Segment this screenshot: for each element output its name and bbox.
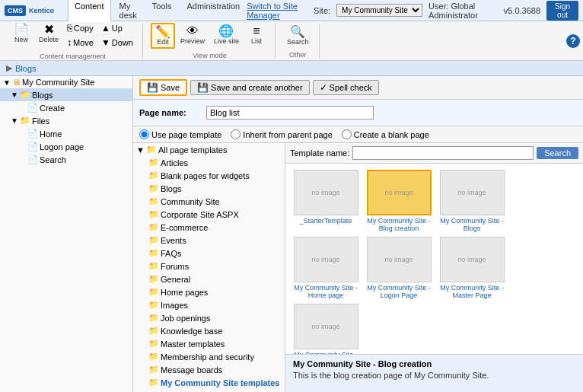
template-item-0[interactable]: no image_StarterTemplate	[292, 170, 360, 232]
radio-blank[interactable]: Create a blank page	[342, 129, 429, 139]
down-button[interactable]: ▼ Down	[98, 36, 136, 49]
toolbar-group-other: 🔍 Search Other	[277, 24, 320, 59]
site-label: Site:	[314, 6, 330, 15]
tmpl-item-label-3: Community Site	[161, 197, 220, 206]
live-site-button[interactable]: 🌐 Live site	[210, 23, 243, 49]
nav-tab-mydesk[interactable]: My desk	[113, 0, 144, 22]
tmpl-tree-item-17[interactable]: 📁 My Community Site templates	[133, 376, 285, 389]
tmpl-tree-item-16[interactable]: 📁 Message boards	[133, 363, 285, 376]
tmpl-tree-item-0[interactable]: 📁 Articles	[133, 156, 285, 169]
template-name-0[interactable]: _StarterTemplate	[300, 217, 352, 225]
move-button[interactable]: ↕ Move	[64, 36, 97, 49]
copy-button[interactable]: ⎘ Copy	[64, 21, 97, 35]
preview-icon: 👁	[186, 25, 199, 37]
tmpl-tree-item-11[interactable]: 📁 Images	[133, 298, 285, 311]
template-name-1[interactable]: My Community Site - Blog creation	[365, 217, 433, 232]
template-name-4[interactable]: My Community Site - Logon Page	[365, 284, 433, 299]
tmpl-item-label-17: My Community Site templates	[161, 378, 279, 387]
tree-create[interactable]: 📄 Create	[0, 101, 132, 114]
delete-button[interactable]: ✖ Delete	[35, 21, 62, 49]
template-item-5[interactable]: no imageMy Community Site - Master Page	[438, 237, 506, 299]
new-button[interactable]: 📄 New	[9, 21, 33, 49]
spell-check-button[interactable]: ✓ Spell check	[313, 80, 379, 95]
tmpl-item-label-8: Forums	[161, 262, 189, 271]
tree-files-label: Files	[32, 116, 49, 126]
tree-blogs[interactable]: ▼ 📁 Blogs	[0, 88, 132, 101]
template-item-4[interactable]: no imageMy Community Site - Logon Page	[365, 237, 433, 299]
tmpl-item-icon-4: 📁	[148, 209, 159, 219]
edit-button[interactable]: ✏️ Edit	[151, 23, 175, 49]
tmpl-tree-item-2[interactable]: 📁 Blogs	[133, 182, 285, 195]
tree-home[interactable]: 📄 Home	[0, 127, 132, 140]
template-name-2[interactable]: My Community Site - Blogs	[438, 217, 506, 232]
template-search-label: Template name:	[290, 148, 349, 158]
template-search-input[interactable]	[352, 146, 534, 160]
template-item-1[interactable]: no imageMy Community Site - Blog creatio…	[365, 170, 433, 232]
nav-tab-tools[interactable]: Tools	[145, 0, 179, 22]
help-button[interactable]: ?	[566, 34, 580, 48]
radio-inherit[interactable]: Inherit from parent page	[231, 129, 332, 139]
template-item-2[interactable]: no imageMy Community Site - Blogs	[438, 170, 506, 232]
radio-use-template[interactable]: Use page template	[139, 129, 221, 139]
tmpl-tree-item-3[interactable]: 📁 Community Site	[133, 195, 285, 208]
tmpl-tree-item-12[interactable]: 📁 Job openings	[133, 311, 285, 324]
tree-root[interactable]: ▼ 🖥 My Community Site	[0, 76, 132, 88]
tmpl-tree-item-1[interactable]: 📁 Blank pages for widgets	[133, 169, 285, 182]
template-right: Template name: Search no image_StarterTe…	[285, 143, 583, 392]
list-button[interactable]: ≡ List	[244, 23, 269, 49]
template-item-3[interactable]: no imageMy Community Site - Home page	[292, 237, 360, 299]
tmpl-item-icon-3: 📁	[148, 196, 159, 206]
tree-create-label: Create	[40, 104, 65, 113]
tmpl-item-label-11: Images	[161, 301, 188, 310]
save-icon: 💾	[147, 82, 158, 93]
template-item-6[interactable]: no imageMy Community Site - Search page	[292, 304, 360, 354]
switch-site-manager-link[interactable]: Switch to Site Manager	[247, 2, 307, 20]
sign-out-button[interactable]: Sign out	[546, 1, 578, 21]
tmpl-tree-item-4[interactable]: 📁 Corporate Site ASPX	[133, 208, 285, 221]
template-thumb-3: no image	[294, 237, 358, 282]
template-name-3[interactable]: My Community Site - Home page	[292, 284, 360, 299]
spell-check-icon: ✓	[320, 82, 327, 93]
up-button[interactable]: ▲ Up	[98, 21, 136, 35]
nav-tab-admin[interactable]: Administration	[180, 0, 247, 22]
template-search-button[interactable]: Search	[537, 147, 578, 159]
nav-tab-content[interactable]: Content	[68, 0, 111, 22]
copy-label: Copy	[74, 24, 94, 33]
preview-button[interactable]: 👁 Preview	[177, 23, 209, 49]
tmpl-tree-item-10[interactable]: 📁 Home pages	[133, 285, 285, 298]
tmpl-tree-item-14[interactable]: 📁 Master templates	[133, 337, 285, 350]
tree-root-label: My Community Site	[22, 78, 94, 87]
tree-logon[interactable]: 📄 Logon page	[0, 140, 132, 153]
template-thumb-4: no image	[367, 237, 432, 282]
tmpl-tree-item-9[interactable]: 📁 General	[133, 272, 285, 285]
save-button[interactable]: 💾 Save	[139, 79, 187, 96]
tmpl-tree-item-7[interactable]: 📁 FAQs	[133, 247, 285, 260]
tmpl-tree-item-8[interactable]: 📁 Forums	[133, 260, 285, 272]
radio-row: Use page template Inherit from parent pa…	[133, 126, 583, 143]
tmpl-tree-item-18[interactable]: 📁 News	[133, 389, 285, 392]
tmpl-tree-item-13[interactable]: 📁 Knowledge base	[133, 324, 285, 337]
group2-label: View mode	[193, 52, 226, 59]
site-select[interactable]: My Community Site	[336, 4, 422, 17]
tree-blogs-label: Blogs	[32, 91, 53, 100]
header-left: CMS Kentico Content My desk Tools Admini…	[5, 0, 247, 22]
tree-search[interactable]: 📄 Search	[0, 153, 132, 166]
delete-label: Delete	[39, 36, 59, 43]
page-name-input[interactable]	[206, 106, 374, 120]
search-button[interactable]: 🔍 Search	[283, 24, 313, 48]
breadcrumb-item[interactable]: Blogs	[15, 64, 37, 73]
down-icon: ▼	[101, 37, 110, 48]
tmpl-item-label-4: Corporate Site ASPX	[161, 210, 239, 219]
toolbar-row-3: 🔍 Search	[283, 24, 313, 48]
tmpl-tree-item-6[interactable]: 📁 Events	[133, 234, 285, 247]
tmpl-tree-item-15[interactable]: 📁 Membership and security	[133, 350, 285, 363]
tmpl-tree-root[interactable]: ▼ 📁 All page templates	[133, 143, 285, 156]
template-name-5[interactable]: My Community Site - Master Page	[438, 284, 506, 299]
logo-box: CMS	[5, 5, 26, 16]
tmpl-item-icon-1: 📁	[148, 171, 159, 180]
new-icon: 📄	[14, 24, 29, 36]
tmpl-tree-item-5[interactable]: 📁 E-commerce	[133, 221, 285, 234]
tree-files[interactable]: ▼ 📁 Files	[0, 114, 132, 127]
save-create-button[interactable]: 💾 Save and create another	[190, 80, 309, 95]
tmpl-item-icon-14: 📁	[148, 339, 159, 349]
